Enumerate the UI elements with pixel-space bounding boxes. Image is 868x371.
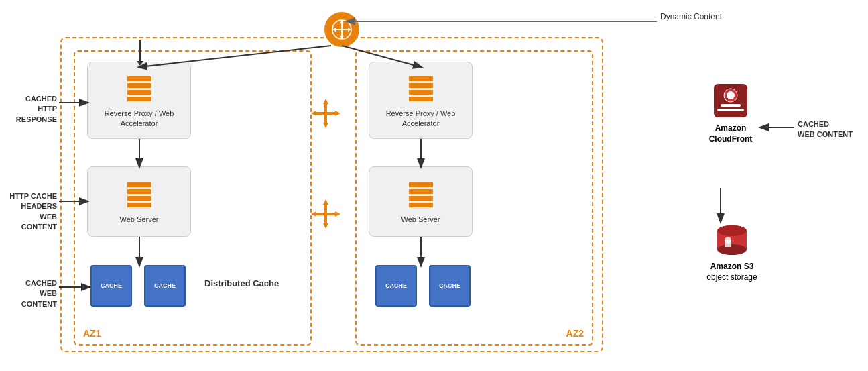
svg-marker-9 — [311, 111, 316, 116]
az2-cache-1: CACHE — [375, 265, 417, 307]
az2-web-server-label: Web Server — [401, 215, 440, 224]
svg-marker-15 — [311, 211, 316, 217]
cached-http-response-label: CACHEDHTTP RESPONSE — [3, 94, 57, 125]
svg-marker-8 — [323, 123, 328, 128]
svg-marker-10 — [335, 111, 340, 116]
az1-label: AZ1 — [83, 328, 101, 339]
aws-ec2-icon-1 — [123, 72, 156, 105]
svg-marker-14 — [323, 223, 328, 229]
az1-web-server-box: Web Server — [87, 166, 191, 237]
aws-ec2-icon-3 — [405, 72, 437, 105]
router-icon — [324, 12, 359, 47]
svg-point-39 — [717, 225, 747, 236]
distributed-cache-label: Distributed Cache — [204, 278, 279, 288]
s3-icon — [713, 221, 751, 259]
az1-reverse-proxy-label: Reverse Proxy / Web Accelerator — [95, 109, 184, 128]
svg-rect-41 — [725, 240, 731, 247]
cloudfront-label: AmazonCloudFront — [709, 123, 753, 144]
az2-cache-2: CACHE — [429, 265, 471, 307]
dynamic-content-label: Dynamic Content — [660, 12, 722, 21]
svg-point-33 — [727, 91, 735, 99]
az2-label: AZ2 — [566, 328, 584, 339]
az1-cache-1: CACHE — [90, 265, 132, 307]
svg-marker-7 — [323, 99, 328, 104]
cloudfront-box: AmazonCloudFront — [697, 81, 764, 144]
svg-rect-18 — [316, 213, 335, 215]
svg-rect-34 — [721, 104, 741, 107]
diagram-container: AZ1 AZ2 — [0, 0, 868, 371]
svg-marker-13 — [323, 199, 328, 205]
s3-label: Amazon S3object storage — [706, 262, 757, 282]
cloudfront-icon — [710, 81, 751, 121]
http-cache-headers-label: HTTP CACHE HEADERSWEB CONTENT — [3, 191, 57, 233]
cached-web-content-left-label: CACHEDWEB CONTENT — [3, 278, 57, 309]
s3-box: Amazon S3object storage — [698, 221, 765, 282]
az1-reverse-proxy-box: Reverse Proxy / Web Accelerator — [87, 62, 191, 139]
az2-reverse-proxy-label: Reverse Proxy / Web Accelerator — [376, 109, 465, 128]
svg-point-38 — [717, 244, 747, 255]
aws-ec2-icon-2 — [123, 178, 156, 211]
svg-marker-16 — [335, 211, 340, 217]
distribute-icon-top — [310, 97, 342, 132]
az1-web-server-label: Web Server — [120, 215, 159, 224]
az2-reverse-proxy-box: Reverse Proxy / Web Accelerator — [369, 62, 473, 139]
svg-rect-12 — [316, 112, 335, 115]
aws-ec2-icon-4 — [405, 178, 437, 211]
arrow-router-to-az1 — [139, 40, 141, 62]
cached-web-content-right-label: CACHEDWEB CONTENT — [798, 119, 853, 140]
az1-cache-2: CACHE — [144, 265, 186, 307]
distribute-icon-bottom — [310, 198, 342, 233]
az2-web-server-box: Web Server — [369, 166, 473, 237]
svg-rect-35 — [717, 109, 744, 111]
